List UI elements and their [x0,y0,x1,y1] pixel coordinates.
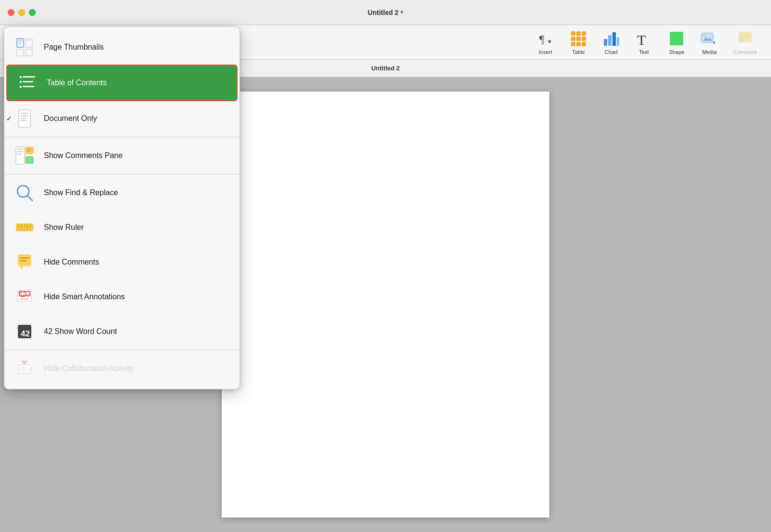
chart-label: Chart [605,49,618,55]
text-tool[interactable]: T Text [628,27,659,58]
svg-rect-42 [21,113,28,114]
menu-item-collaboration-label: Hide Collaboration Activity [44,364,133,373]
svg-rect-73 [19,365,30,373]
divider-2 [4,174,239,174]
svg-rect-38 [23,81,33,82]
divider-1 [4,137,239,137]
view-dropdown-menu: Page Thumbnails Table of Contents ✓ [4,27,240,389]
svg-text:Ipsum: Ipsum [20,297,28,301]
svg-text:42: 42 [21,329,30,338]
minimize-button[interactable] [18,9,25,16]
svg-rect-30 [18,43,21,44]
media-icon: ▾ [701,30,718,47]
media-label: Media [702,49,717,55]
media-tool[interactable]: ▾ Media [694,27,725,58]
menu-item-show-find-replace[interactable]: Show Find & Replace [4,175,239,210]
svg-rect-64 [20,260,27,262]
document-only-icon [12,106,37,131]
svg-text:▾: ▾ [548,38,551,45]
chart-tool[interactable]: Chart [596,27,626,58]
menu-item-show-comments-pane[interactable]: Show Comments Pane [4,138,239,173]
menu-item-show-ruler[interactable]: Show Ruler [4,210,239,245]
close-button[interactable] [8,9,14,16]
menu-item-hide-comments-label: Hide Comments [44,258,99,266]
hide-smart-annotations-icon: Lorem Ipsum [12,284,37,309]
chart-icon [602,30,620,47]
svg-rect-5 [571,31,575,36]
shape-tool[interactable]: Shape [661,27,692,58]
menu-item-page-thumbnails[interactable]: Page Thumbnails [4,30,239,65]
menu-item-hide-smart-annotations[interactable]: Lorem Ipsum Hide Smart Annotations [4,279,239,314]
svg-rect-39 [20,86,22,88]
svg-marker-74 [22,361,27,365]
svg-rect-28 [18,40,23,40]
menu-item-smart-annotations-label: Hide Smart Annotations [44,293,125,301]
menu-item-page-thumbnails-label: Page Thumbnails [44,43,104,52]
svg-text:▾: ▾ [713,39,716,45]
svg-rect-20 [701,33,713,42]
svg-rect-14 [604,39,607,46]
svg-rect-52 [27,151,30,152]
table-label: Table [572,49,585,55]
menu-item-show-ruler-label: Show Ruler [44,223,84,232]
divider-3 [4,350,239,350]
main-content: Page Thumbnails Table of Contents ✓ [0,77,771,532]
menu-item-toc-label: Table of Contents [47,79,107,87]
svg-rect-37 [20,81,22,83]
menu-item-table-of-contents[interactable]: Table of Contents [6,65,238,101]
shape-label: Shape [669,49,684,55]
menu-item-word-count-label: 42 Show Word Count [44,327,117,336]
svg-rect-17 [617,37,619,46]
table-icon [570,30,587,47]
svg-rect-12 [576,42,581,46]
svg-rect-29 [18,41,23,42]
svg-rect-34 [26,49,32,56]
ruler-icon [12,215,37,240]
menu-item-find-replace-label: Show Find & Replace [44,188,118,197]
svg-rect-15 [608,35,611,46]
document-title: Untitled 2 [371,65,399,72]
svg-marker-65 [20,266,24,270]
title-label: Untitled 2 [368,9,399,16]
document-only-checkmark: ✓ [6,115,12,122]
svg-rect-10 [582,37,586,41]
svg-rect-43 [21,115,28,116]
svg-rect-48 [17,151,24,152]
menu-item-hide-comments[interactable]: Hide Comments [4,245,239,279]
menu-item-document-only[interactable]: ✓ Document Only [4,101,239,136]
svg-text:T: T [637,32,646,47]
comment-tool[interactable]: Comment [727,27,763,58]
toolbar-right: ¶ ▾ Insert Tabl [530,27,763,58]
svg-rect-63 [20,257,29,259]
text-label: Text [639,49,649,55]
svg-rect-53 [26,157,33,163]
maximize-button[interactable] [29,9,36,16]
show-comments-pane-icon [12,143,37,168]
svg-rect-9 [576,37,581,41]
svg-rect-51 [27,149,32,150]
svg-rect-44 [21,118,27,119]
insert-tool[interactable]: ¶ ▾ Insert [530,27,561,58]
svg-rect-11 [571,42,575,46]
table-tool[interactable]: Table [563,27,594,58]
svg-rect-33 [17,49,24,56]
svg-point-21 [703,34,705,37]
svg-rect-19 [670,32,683,45]
title-chevron-icon[interactable]: ▾ [400,9,403,15]
menu-item-show-word-count[interactable]: 42 42 Show Word Count [4,314,239,349]
window-title: Untitled 2 ▾ [368,9,403,16]
page-thumbnails-icon [12,35,37,60]
menu-item-document-only-label: Document Only [44,114,97,123]
svg-rect-8 [571,37,575,41]
insert-icon: ¶ ▾ [537,30,554,47]
word-count-icon: 42 [12,319,37,344]
svg-rect-47 [17,149,24,150]
svg-rect-35 [20,76,22,78]
svg-rect-50 [26,147,33,154]
menu-item-hide-collaboration[interactable]: Hide Collaboration Activity [4,351,239,386]
svg-rect-7 [582,31,586,36]
svg-rect-6 [576,31,581,36]
menu-item-comments-pane-label: Show Comments Pane [44,151,123,160]
document-page [222,92,549,518]
svg-rect-40 [23,86,34,87]
